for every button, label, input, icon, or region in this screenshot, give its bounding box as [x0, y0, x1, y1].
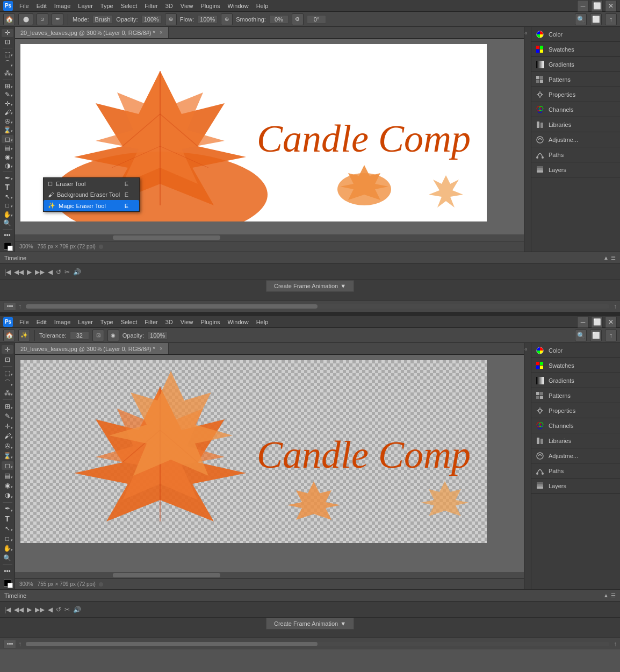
upload-btn-bottom[interactable]: ↑	[18, 640, 21, 648]
tool-magic-wand[interactable]: ⁂▾	[2, 69, 13, 77]
panel-channels-bottom[interactable]: Channels	[531, 418, 620, 433]
menu-filter-top[interactable]: Filter	[141, 2, 161, 10]
minimize-btn-top[interactable]: ─	[577, 0, 589, 12]
tool-zoom[interactable]: 🔍	[2, 219, 13, 227]
menu-3d-bottom[interactable]: 3D	[162, 318, 176, 326]
menu-image-top[interactable]: Image	[51, 2, 74, 10]
menu-file-bottom[interactable]: File	[16, 318, 32, 326]
panel-layers-bottom[interactable]: Layers	[531, 478, 620, 494]
menu-window-top[interactable]: Window	[225, 2, 252, 10]
search-btn-bottom[interactable]: 🔍	[575, 330, 587, 341]
ctx-eraser-top[interactable]: ◻ Eraser Tool E	[44, 178, 139, 189]
timeline-menu-top[interactable]: ☰	[611, 255, 616, 261]
panel-collapse-bottom[interactable]: «	[524, 343, 531, 589]
canvas-wrapper-bottom[interactable]: Candle Comp	[15, 355, 524, 572]
tool-heal-b[interactable]: ✛▾	[2, 422, 13, 431]
arrange-btn-top[interactable]: ⬜	[590, 13, 602, 25]
tool-move-b[interactable]: ✛	[2, 345, 13, 354]
home-btn-top[interactable]: 🏠	[3, 13, 15, 25]
menu-select-bottom[interactable]: Select	[118, 318, 141, 326]
tool-move[interactable]: ✛	[2, 29, 13, 37]
ctrl-next-top[interactable]: ▶▶	[35, 268, 45, 276]
panel-gradients-top[interactable]: Gradients	[531, 57, 620, 72]
panel-adjustments-bottom[interactable]: Adjustme...	[531, 448, 620, 463]
fg-bg-colors-b[interactable]	[2, 578, 13, 587]
upload-btn-top[interactable]: ↑	[18, 303, 21, 310]
tool-crop-b[interactable]: ⊞▾	[2, 402, 13, 411]
ctrl-play-bottom[interactable]: ▶	[27, 606, 32, 613]
tool-gradient-b[interactable]: ▤▾	[2, 471, 13, 480]
tool-eyedropper[interactable]: ✎▾	[2, 91, 13, 99]
fg-bg-colors[interactable]	[2, 242, 13, 250]
tool-brush-b[interactable]: 🖌▾	[2, 432, 13, 440]
magic-eraser-icon-bottom[interactable]: ✨	[18, 330, 30, 341]
panel-paths-bottom[interactable]: Paths	[531, 463, 620, 478]
tool-shape-b[interactable]: □▾	[2, 534, 13, 542]
menu-3d-top[interactable]: 3D	[162, 2, 176, 10]
tool-path-select-b[interactable]: ↖▾	[2, 524, 13, 533]
menu-filter-bottom[interactable]: Filter	[141, 318, 161, 326]
timeline-collapse-top[interactable]: ▲	[603, 255, 609, 261]
active-tab-bottom[interactable]: 20_leaves_leaves.jpg @ 300% (Layer 0, RG…	[15, 343, 169, 354]
flow-value-top[interactable]: 100%	[197, 15, 218, 24]
panel-channels-top[interactable]: Channels	[531, 102, 620, 117]
ctrl-prev-top[interactable]: ◀◀	[14, 268, 24, 276]
tolerance-value-bottom[interactable]: 32	[70, 331, 89, 340]
tool-artboard-b[interactable]: ⊡	[2, 355, 13, 363]
tool-history-b[interactable]: ⌛▾	[2, 452, 13, 460]
panel-libraries-bottom[interactable]: Libraries	[531, 433, 620, 448]
search-btn-top[interactable]: 🔍	[575, 13, 587, 25]
tool-brush[interactable]: 🖌▾	[2, 109, 13, 117]
smoothing-value-top[interactable]: 0%	[269, 15, 289, 24]
create-anim-btn-top[interactable]: Create Frame Animation ▼	[266, 280, 354, 292]
menu-edit-bottom[interactable]: Edit	[33, 318, 50, 326]
tool-eraser-b[interactable]: ◻▾	[2, 461, 13, 470]
tab-close-bottom[interactable]: ×	[160, 346, 163, 352]
scrollbar-thumb-bottom[interactable]	[113, 573, 220, 577]
tool-blur[interactable]: ◉▾	[2, 153, 13, 161]
tool-hand-b[interactable]: ✋▾	[2, 544, 13, 553]
smoothing-gear-top[interactable]: ⚙	[292, 13, 304, 25]
tool-shape[interactable]: □▾	[2, 202, 13, 210]
minimize-btn-bottom[interactable]: ─	[577, 316, 589, 328]
ctrl-convert-bottom[interactable]: ✂	[64, 606, 70, 613]
angle-value-top[interactable]: 0°	[307, 15, 326, 24]
timeline-menu-bottom[interactable]: ☰	[611, 592, 616, 598]
ctrl-play-top[interactable]: ▶	[27, 268, 32, 276]
menu-window-bottom[interactable]: Window	[225, 318, 252, 326]
tool-artboard[interactable]: ⊡	[2, 38, 13, 46]
tool-text[interactable]: T	[2, 183, 13, 191]
menu-select-top[interactable]: Select	[118, 2, 141, 10]
panel-color-bottom[interactable]: Color	[531, 343, 620, 358]
ctrl-next-bottom[interactable]: ▶▶	[35, 606, 45, 613]
ctrl-skip-start-top[interactable]: |◀	[4, 268, 11, 276]
share-btn-bottom[interactable]: ↑	[605, 330, 617, 341]
scrollbar-h-top[interactable]	[15, 234, 524, 241]
home-btn-bottom[interactable]: 🏠	[3, 330, 15, 341]
scrollbar-thumb-top[interactable]	[113, 235, 220, 240]
tool-pen-b[interactable]: ✒▾	[2, 504, 13, 513]
tool-path-select[interactable]: ↖▾	[2, 192, 13, 201]
panel-swatches-bottom[interactable]: Swatches	[531, 358, 620, 373]
panel-properties-top[interactable]: Properties	[531, 87, 620, 102]
restore-btn-bottom[interactable]: ⬜	[591, 316, 603, 328]
tool-pen[interactable]: ✒▾	[2, 174, 13, 182]
menu-edit-top[interactable]: Edit	[33, 2, 50, 10]
tool-more-b[interactable]: •••	[2, 567, 13, 576]
grid-btn-top[interactable]	[3, 302, 16, 311]
ctrl-loop-top[interactable]: ↺	[56, 268, 61, 276]
panel-paths-top[interactable]: Paths	[531, 147, 620, 162]
tool-magic-wand-b[interactable]: ⁂▾	[2, 389, 13, 397]
context-menu-top[interactable]: ◻ Eraser Tool E 🖌 Background Eraser Tool…	[43, 177, 140, 212]
menu-plugins-top[interactable]: Plugins	[197, 2, 223, 10]
tool-dodge-b[interactable]: ◑▾	[2, 491, 13, 499]
ctrl-settings-bottom[interactable]: 🔊	[73, 606, 81, 613]
menu-type-top[interactable]: Type	[97, 2, 117, 10]
menu-help-top[interactable]: Help	[253, 2, 272, 10]
download-btn-top[interactable]: ↑	[614, 303, 617, 310]
panel-color-top[interactable]: Color	[531, 27, 620, 42]
contiguous-btn-bottom[interactable]: ⊡	[92, 330, 104, 341]
panel-adjustments-top[interactable]: Adjustme...	[531, 132, 620, 147]
menu-view-bottom[interactable]: View	[177, 318, 197, 326]
panel-patterns-bottom[interactable]: Patterns	[531, 388, 620, 403]
